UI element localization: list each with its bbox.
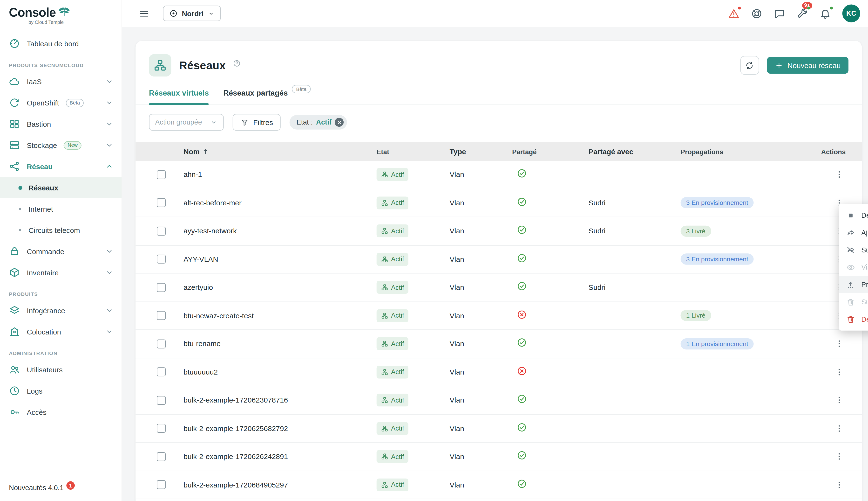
row-actions-button[interactable] <box>831 392 847 408</box>
network-icon <box>381 368 388 375</box>
sidebar-item-openshift[interactable]: OpenShiftBêta <box>0 92 122 114</box>
menu-item-desactiver-le-partage[interactable]: Désactiver le partage <box>839 206 868 224</box>
column-header-propagations[interactable]: Propagations <box>681 148 821 156</box>
bulk-action-select[interactable]: Action groupée <box>149 114 224 130</box>
user-avatar[interactable]: KC <box>843 4 860 22</box>
status-badge: Actif <box>377 337 409 350</box>
filter-chip-etat-actif: Etat : Actif <box>290 115 347 130</box>
row-checkbox[interactable] <box>157 227 166 236</box>
menu-item-propager[interactable]: Propager <box>839 276 868 293</box>
chat-icon[interactable] <box>774 8 785 19</box>
sidebar-item-acces[interactable]: Accès <box>0 401 122 423</box>
row-checkbox[interactable] <box>157 170 166 179</box>
refresh-button[interactable] <box>740 56 759 75</box>
network-type: Vlan <box>450 255 512 264</box>
row-checkbox[interactable] <box>157 283 166 292</box>
tools-icon[interactable]: 9+ <box>796 8 809 19</box>
row-actions-button[interactable] <box>831 364 847 380</box>
networks-card: Réseaux Nouveau réseau Réseaux virtuels <box>135 41 862 501</box>
menu-item-ajouter-un-partage[interactable]: Ajouter un partage <box>839 224 868 241</box>
sidebar-item-label: Colocation <box>27 328 61 336</box>
network-icon <box>381 340 388 348</box>
filters-button[interactable]: Filtres <box>233 114 281 130</box>
row-actions-button[interactable] <box>831 420 847 436</box>
whats-new-link[interactable]: Nouveautés 4.0.1 1 <box>0 484 122 501</box>
sidebar-item-inventaire[interactable]: Inventaire <box>0 262 122 283</box>
column-header-type[interactable]: Type <box>450 148 512 156</box>
row-actions-button[interactable] <box>831 449 847 465</box>
help-icon[interactable] <box>232 59 241 67</box>
sidebar-item-logs[interactable]: Logs <box>0 380 122 402</box>
row-actions-button[interactable] <box>831 167 847 182</box>
sort-asc-icon[interactable] <box>202 148 209 155</box>
key-icon <box>9 406 20 417</box>
tenant-name: Nordri <box>182 9 204 18</box>
propagation-badge: 3 En provisionnement <box>681 254 754 265</box>
sidebar-item-colocation[interactable]: Colocation <box>0 321 122 342</box>
eye-icon <box>846 263 855 272</box>
sidebar-subitem-circuits-telecom[interactable]: Circuits telecom <box>0 220 122 241</box>
sidebar-item-infogerance[interactable]: Infogérance <box>0 300 122 321</box>
chevron-down-icon <box>105 119 114 128</box>
network-type: Vlan <box>450 396 512 404</box>
sidebar-item-reseau[interactable]: Réseau <box>0 156 122 177</box>
column-header-nom[interactable]: Nom <box>178 148 377 156</box>
row-checkbox[interactable] <box>157 480 166 489</box>
new-network-button[interactable]: Nouveau réseau <box>767 57 848 74</box>
sidebar-item-tableau-de-bord[interactable]: Tableau de bord <box>0 33 122 54</box>
network-name: bulk-2-example-1720684905297 <box>178 480 377 489</box>
sidebar-item-stockage[interactable]: StockageNew <box>0 135 122 156</box>
main-content: Réseaux Nouveau réseau Réseaux virtuels <box>122 27 868 501</box>
row-checkbox[interactable] <box>157 199 166 207</box>
status-badge: Actif <box>377 422 409 435</box>
row-checkbox[interactable] <box>157 424 166 433</box>
sidebar-item-iaas[interactable]: IaaS <box>0 71 122 92</box>
shared-with: Sudri <box>589 227 681 235</box>
row-checkbox[interactable] <box>157 255 166 264</box>
row-actions-button[interactable] <box>831 477 847 492</box>
column-header-partage-avec[interactable]: Partagé avec <box>589 148 681 156</box>
sidebar-item-label: Réseau <box>27 162 53 171</box>
shared-check-icon <box>516 253 527 263</box>
warning-icon[interactable] <box>728 8 740 19</box>
row-checkbox[interactable] <box>157 452 166 461</box>
menu-item-desactiver-le-reseau[interactable]: Désactiver le réseau <box>839 310 868 328</box>
sidebar-subitem-label: Réseaux <box>29 183 58 192</box>
lifebuoy-icon[interactable] <box>751 8 762 19</box>
table-row-bulk-2-example-1720623078716: bulk-2-example-1720623078716ActifVlan <box>135 386 862 415</box>
network-name: alt-rec-before-mer <box>178 199 377 207</box>
row-checkbox[interactable] <box>157 396 166 405</box>
menu-item-label: Désactiver le réseau <box>861 315 868 323</box>
sidebar-item-bastion[interactable]: Bastion <box>0 114 122 135</box>
tab-reseaux-virtuels[interactable]: Réseaux virtuels <box>149 89 209 105</box>
column-header-partage[interactable]: Partagé <box>512 148 589 156</box>
row-checkbox[interactable] <box>157 367 166 376</box>
sidebar-subitem-internet[interactable]: Internet <box>0 198 122 220</box>
column-header-actions[interactable]: Actions <box>821 148 862 156</box>
bullet-icon <box>18 206 22 211</box>
sidebar-subitem-reseaux[interactable]: Réseaux <box>0 177 122 198</box>
table-row-bulk-2-example-1720684905297: bulk-2-example-1720684905297ActifVlan <box>135 471 862 499</box>
menu-icon[interactable] <box>139 8 150 19</box>
table-row-ayy-test-network: ayy-test-networkActifVlanSudri3 Livré <box>135 217 862 245</box>
sidebar-item-utilisateurs[interactable]: Utilisateurs <box>0 359 122 380</box>
row-checkbox[interactable] <box>157 339 166 348</box>
tab-reseaux-partages[interactable]: Réseaux partagés Bêta <box>223 89 311 105</box>
sidebar-item-commande[interactable]: Commande <box>0 241 122 262</box>
tenant-selector[interactable]: Nordri <box>163 6 221 21</box>
row-checkbox[interactable] <box>157 311 166 320</box>
menu-item-label: Propager <box>861 281 868 288</box>
caret-down-icon <box>208 10 215 17</box>
shared-check-icon <box>516 225 527 235</box>
column-header-etat[interactable]: Etat <box>377 148 450 156</box>
bell-icon[interactable] <box>820 8 831 19</box>
network-type: Vlan <box>450 311 512 320</box>
shared-check-icon <box>516 337 527 348</box>
menu-item-supprimer-un-partage[interactable]: Supprimer un partage <box>839 241 868 258</box>
shared-with: Sudri <box>589 283 681 292</box>
remove-filter-icon[interactable] <box>335 118 344 127</box>
network-icon <box>381 453 388 460</box>
row-actions-button[interactable] <box>831 336 847 352</box>
filters-label: Filtres <box>253 118 273 127</box>
brand-logo[interactable]: Console by Cloud Temple <box>0 0 122 27</box>
